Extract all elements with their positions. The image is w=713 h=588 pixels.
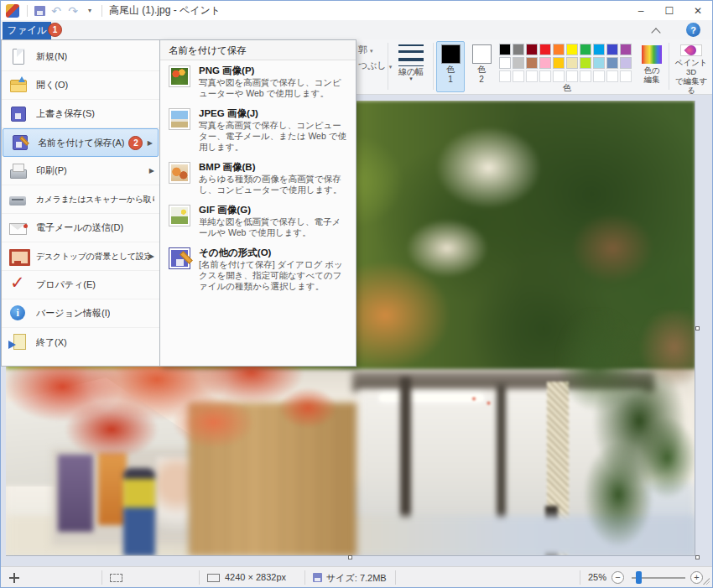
file-size-value: サイズ: 7.2MB: [326, 572, 387, 585]
palette-color[interactable]: [580, 44, 591, 55]
menu-item-about[interactable]: バージョン情報(I): [2, 299, 159, 328]
photo-white-roof: [6, 377, 195, 487]
palette-empty-slot[interactable]: [526, 70, 538, 82]
zoom-out-button[interactable]: −: [612, 571, 624, 584]
checkmark-icon: [8, 276, 29, 294]
submenu-item-bmp[interactable]: BMP 画像(B) あらゆる種類の画像を高画質で保存し、コンピューターで使用しま…: [160, 157, 356, 200]
open-folder-icon: [8, 76, 29, 95]
palette-empty-slot[interactable]: [580, 70, 591, 82]
palette-color[interactable]: [566, 57, 578, 69]
resize-grip[interactable]: [703, 578, 710, 585]
zoom-slider-thumb[interactable]: [636, 571, 642, 584]
menu-item-new[interactable]: 新規(N): [2, 43, 159, 71]
undo-button[interactable]: ↶: [48, 3, 65, 18]
status-bar: 4240 × 2832px サイズ: 7.2MB 25% − +: [1, 566, 712, 587]
window-title: 高尾山 (1).jpg - ペイント: [109, 3, 221, 18]
paint-window: ↶ ↷ ▾ 高尾山 (1).jpg - ペイント – ☐ ✕ ファイル 1 ? …: [0, 0, 713, 588]
palette-color[interactable]: [593, 57, 605, 69]
paint3d-icon: [680, 44, 702, 56]
color1-swatch: [441, 44, 461, 64]
canvas-resize-handle-right[interactable]: [695, 326, 700, 330]
palette-color[interactable]: [620, 57, 632, 69]
submenu-arrow-icon: ▶: [148, 139, 153, 147]
palette-empty-slot[interactable]: [566, 70, 578, 82]
color2-button[interactable]: 色 2: [467, 41, 496, 92]
palette-color[interactable]: [499, 57, 511, 69]
menu-item-send-email[interactable]: 電子メールの送信(D): [2, 214, 159, 242]
qat-dropdown-button[interactable]: ▾: [81, 3, 98, 18]
palette-color[interactable]: [593, 44, 605, 55]
quick-save-button[interactable]: [31, 3, 48, 18]
photo-station-worker: [123, 468, 155, 556]
palette-color[interactable]: [539, 57, 551, 69]
colors-group-label: 色: [499, 82, 635, 94]
menu-item-properties[interactable]: プロパティ(E): [2, 271, 159, 299]
palette-color[interactable]: [566, 44, 578, 55]
palette-empty-slot[interactable]: [606, 70, 618, 82]
palette-empty-slot[interactable]: [593, 70, 605, 82]
canvas-resize-handle-corner[interactable]: [695, 555, 700, 559]
palette-color[interactable]: [526, 44, 538, 55]
divider: [669, 43, 669, 90]
palette-color[interactable]: [513, 57, 524, 69]
palette-empty-slot[interactable]: [620, 70, 632, 82]
redo-button[interactable]: ↷: [65, 3, 81, 18]
edit-colors-button[interactable]: 色の編集: [637, 41, 667, 92]
chevron-down-icon: ▾: [370, 48, 373, 54]
photo-poster: [98, 453, 127, 525]
help-button[interactable]: ?: [686, 23, 700, 37]
zoom-level-value: 25%: [588, 572, 606, 582]
file-menu-dropdown: 新規(N) 開く(O) 上書き保存(S) 名前を付けて保存(A) 2 ▶ 印刷(…: [1, 39, 160, 367]
menu-item-save-as[interactable]: 名前を付けて保存(A) 2 ▶: [3, 128, 159, 157]
submenu-item-png[interactable]: PNG 画像(P) 写真や図を高画質で保存し、コンピューターや Web で使用し…: [160, 60, 356, 103]
palette-color[interactable]: [539, 44, 551, 55]
submenu-arrow-icon: ▶: [149, 167, 154, 174]
minimize-button[interactable]: –: [627, 1, 655, 20]
photo-roof-eave: [352, 372, 654, 392]
palette-color[interactable]: [606, 44, 618, 55]
zoom-in-button[interactable]: +: [690, 571, 703, 584]
submenu-item-other-formats[interactable]: その他の形式(O) [名前を付けて保存] ダイアログ ボックスを開き、指定可能な…: [160, 242, 356, 296]
palette-color[interactable]: [620, 44, 632, 55]
shapes-outline-label[interactable]: 郭▾: [358, 44, 373, 56]
palette-color[interactable]: [499, 44, 511, 55]
photo-tracks-area: [325, 482, 695, 556]
maximize-button[interactable]: ☐: [655, 1, 684, 20]
photo-poster: [157, 457, 197, 533]
photo-dark-post: [400, 377, 411, 533]
divider: [27, 5, 28, 17]
line-width-button[interactable]: 線の幅 ▾: [392, 41, 430, 92]
menu-item-save[interactable]: 上書き保存(S): [2, 100, 159, 128]
divider: [199, 570, 200, 585]
color1-button[interactable]: 色 1: [436, 41, 465, 92]
close-button[interactable]: ✕: [684, 1, 712, 20]
desktop-background-icon: [8, 247, 29, 266]
submenu-item-jpeg[interactable]: JPEG 画像(J) 写真を高画質で保存し、コンピューター、電子メール、または …: [160, 103, 356, 157]
palette-empty-slot[interactable]: [553, 70, 565, 82]
canvas-resize-handle-bottom[interactable]: [348, 555, 352, 559]
menu-item-set-desktop-background[interactable]: デスクトップの背景として設定(B) ▶: [2, 242, 159, 271]
menu-item-open[interactable]: 開く(O): [2, 71, 159, 100]
tab-strip: ファイル 1 ?: [1, 20, 712, 39]
palette-color[interactable]: [606, 57, 618, 69]
other-formats-icon: [169, 247, 190, 269]
palette-color[interactable]: [553, 44, 565, 55]
palette-color[interactable]: [526, 57, 538, 69]
palette-color[interactable]: [513, 44, 524, 55]
file-menu-tab[interactable]: ファイル: [3, 22, 51, 39]
menu-item-print[interactable]: 印刷(P) ▶: [2, 157, 159, 185]
photo-platform-edge: [6, 516, 695, 556]
palette-empty-slot[interactable]: [513, 70, 524, 82]
submenu-item-gif[interactable]: GIF 画像(G) 単純な図を低画質で保存し、電子メールや Web で使用します…: [160, 200, 356, 242]
palette-empty-slot[interactable]: [499, 70, 511, 82]
photo-ridge-tiles: [341, 346, 555, 367]
palette-empty-slot[interactable]: [539, 70, 551, 82]
palette-color[interactable]: [553, 57, 565, 69]
edit-with-paint3d-button[interactable]: ペイント 3Dで編集する: [671, 41, 711, 92]
gif-thumbnail-icon: [169, 205, 190, 226]
menu-item-from-scanner[interactable]: カメラまたはスキャナーから取り込み(M): [2, 185, 159, 214]
menu-item-exit[interactable]: 終了(X): [2, 328, 159, 356]
palette-color[interactable]: [580, 57, 591, 69]
collapse-ribbon-icon[interactable]: [653, 28, 660, 35]
divider: [395, 570, 396, 585]
